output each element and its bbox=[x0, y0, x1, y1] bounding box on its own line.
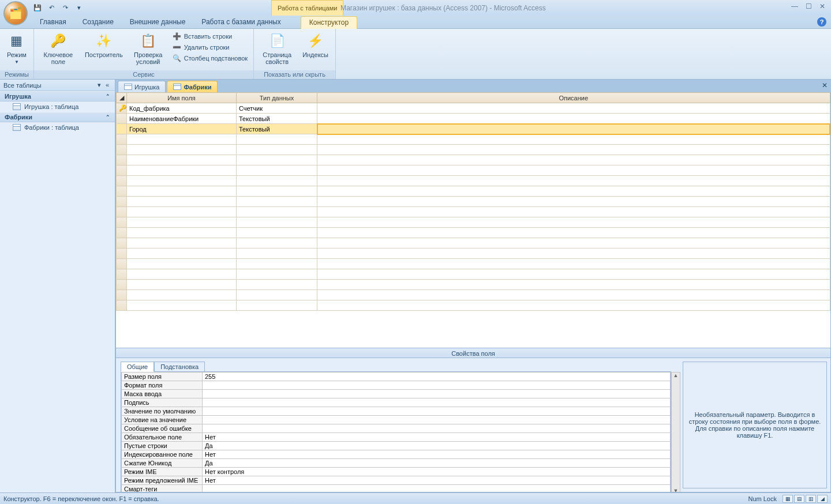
field-name-cell[interactable] bbox=[127, 249, 237, 259]
field-type-cell[interactable] bbox=[237, 290, 317, 300]
field-name-cell[interactable] bbox=[127, 300, 237, 311]
view-pivotchart-button[interactable]: ▥ bbox=[806, 495, 816, 503]
field-row[interactable] bbox=[117, 166, 830, 176]
indexes-button[interactable]: ⚡ Индексы bbox=[299, 30, 332, 58]
property-row[interactable]: Пустые строкиДа bbox=[122, 442, 671, 450]
field-type-cell[interactable] bbox=[237, 259, 317, 269]
nav-item-igrushka-table[interactable]: Игрушка : таблица bbox=[0, 101, 115, 112]
field-desc-cell[interactable] bbox=[317, 207, 830, 217]
field-row[interactable] bbox=[117, 197, 830, 207]
properties-grid[interactable]: Размер поля255Формат поляМаска вводаПодп… bbox=[121, 371, 671, 492]
field-row[interactable]: ГородТекстовый bbox=[117, 124, 830, 134]
scroll-down-icon[interactable]: ▼ bbox=[673, 488, 679, 492]
field-name-cell[interactable] bbox=[127, 186, 237, 197]
nav-item-fabriki-table[interactable]: Фабрики : таблица bbox=[0, 122, 115, 133]
builder-button[interactable]: ✨ Построитель bbox=[81, 30, 126, 58]
field-desc-cell[interactable] bbox=[317, 103, 830, 114]
field-type-cell[interactable] bbox=[237, 249, 317, 259]
doc-tab-igrushka[interactable]: Игрушка bbox=[118, 81, 166, 92]
field-desc-cell[interactable] bbox=[317, 290, 830, 300]
nav-group-igrushka[interactable]: Игрушка ⌃ bbox=[0, 91, 115, 101]
property-row[interactable]: Сжатие ЮникодДа bbox=[122, 459, 671, 468]
field-type-cell[interactable] bbox=[237, 217, 317, 228]
prop-tab-general[interactable]: Общие bbox=[121, 362, 154, 372]
field-desc-cell[interactable] bbox=[317, 145, 830, 155]
field-desc-cell[interactable] bbox=[317, 280, 830, 290]
field-row[interactable] bbox=[117, 249, 830, 259]
property-value[interactable]: 255 bbox=[203, 373, 671, 381]
row-selector[interactable] bbox=[117, 197, 127, 207]
field-name-cell[interactable] bbox=[127, 176, 237, 186]
field-desc-cell[interactable] bbox=[317, 249, 830, 259]
nav-pane-header[interactable]: Все таблицы ▾ « bbox=[0, 80, 115, 91]
field-type-cell[interactable] bbox=[237, 300, 317, 311]
field-row[interactable] bbox=[117, 259, 830, 269]
col-header-name[interactable]: Имя поля bbox=[127, 93, 237, 103]
row-selector[interactable] bbox=[117, 217, 127, 228]
property-row[interactable]: Сообщение об ошибке bbox=[122, 424, 671, 433]
row-selector[interactable] bbox=[117, 166, 127, 176]
row-selector[interactable]: 🔑 bbox=[117, 103, 127, 114]
row-selector[interactable] bbox=[117, 259, 127, 269]
field-row[interactable] bbox=[117, 269, 830, 280]
property-row[interactable]: Значение по умолчанию bbox=[122, 407, 671, 416]
field-desc-cell[interactable] bbox=[317, 114, 830, 124]
col-header-desc[interactable]: Описание bbox=[317, 93, 830, 103]
field-row[interactable] bbox=[117, 176, 830, 186]
field-type-cell[interactable] bbox=[237, 134, 317, 145]
qat-redo-icon[interactable]: ↷ bbox=[59, 2, 71, 14]
field-name-cell[interactable]: НаименованиеФабрики bbox=[127, 114, 237, 124]
field-row[interactable]: НаименованиеФабрикиТекстовый bbox=[117, 114, 830, 124]
field-desc-cell[interactable] bbox=[317, 155, 830, 166]
ribbon-tab-home[interactable]: Главная bbox=[32, 16, 74, 28]
field-name-cell[interactable] bbox=[127, 238, 237, 249]
property-value[interactable]: Нет контроля bbox=[203, 468, 671, 476]
help-icon[interactable]: ? bbox=[817, 17, 826, 27]
qat-customize-icon[interactable]: ▾ bbox=[73, 2, 85, 14]
primary-key-button[interactable]: 🔑 Ключевое поле bbox=[38, 30, 79, 65]
property-row[interactable]: Маска ввода bbox=[122, 390, 671, 398]
property-row[interactable]: Условие на значение bbox=[122, 416, 671, 424]
field-grid[interactable]: ◢ Имя поля Тип данных Описание 🔑Код_фабр… bbox=[116, 92, 830, 348]
field-desc-cell[interactable] bbox=[317, 228, 830, 238]
row-selector[interactable] bbox=[117, 228, 127, 238]
row-selector[interactable] bbox=[117, 249, 127, 259]
property-row[interactable]: Режим IMEНет контроля bbox=[122, 468, 671, 476]
field-desc-cell[interactable] bbox=[317, 197, 830, 207]
field-row[interactable] bbox=[117, 134, 830, 145]
minimize-button[interactable]: — bbox=[789, 2, 800, 10]
field-type-cell[interactable] bbox=[237, 280, 317, 290]
row-selector[interactable] bbox=[117, 155, 127, 166]
field-row[interactable] bbox=[117, 228, 830, 238]
property-value[interactable]: Нет bbox=[203, 433, 671, 442]
lookup-column-button[interactable]: 🔍Столбец подстановок bbox=[170, 53, 250, 63]
row-selector[interactable] bbox=[117, 300, 127, 311]
nav-dropdown-icon[interactable]: ▾ bbox=[98, 81, 101, 89]
row-selector[interactable] bbox=[117, 145, 127, 155]
field-name-cell[interactable] bbox=[127, 280, 237, 290]
field-row[interactable] bbox=[117, 155, 830, 166]
field-row[interactable] bbox=[117, 207, 830, 217]
field-type-cell[interactable] bbox=[237, 197, 317, 207]
property-value[interactable] bbox=[203, 390, 671, 398]
field-row[interactable] bbox=[117, 186, 830, 197]
field-row[interactable] bbox=[117, 145, 830, 155]
properties-scrollbar[interactable]: ▲▼ bbox=[671, 372, 680, 492]
scroll-up-icon[interactable]: ▲ bbox=[673, 373, 679, 378]
field-name-cell[interactable] bbox=[127, 134, 237, 145]
field-type-cell[interactable]: Счетчик bbox=[237, 103, 317, 114]
field-type-cell[interactable] bbox=[237, 186, 317, 197]
insert-rows-button[interactable]: ➕Вставить строки bbox=[170, 31, 250, 42]
test-rules-button[interactable]: 📋 Проверка условий bbox=[129, 30, 168, 65]
prop-tab-lookup[interactable]: Подстановка bbox=[154, 362, 205, 372]
field-type-cell[interactable] bbox=[237, 238, 317, 249]
field-name-cell[interactable] bbox=[127, 228, 237, 238]
field-desc-cell[interactable] bbox=[317, 186, 830, 197]
close-button[interactable]: ✕ bbox=[817, 2, 828, 10]
property-row[interactable]: Подпись bbox=[122, 398, 671, 407]
field-name-cell[interactable] bbox=[127, 269, 237, 280]
nav-group-fabriki[interactable]: Фабрики ⌃ bbox=[0, 112, 115, 122]
view-pivottable-button[interactable]: ▤ bbox=[794, 495, 804, 503]
ribbon-tab-design[interactable]: Конструктор bbox=[301, 16, 357, 29]
row-selector[interactable] bbox=[117, 114, 127, 124]
